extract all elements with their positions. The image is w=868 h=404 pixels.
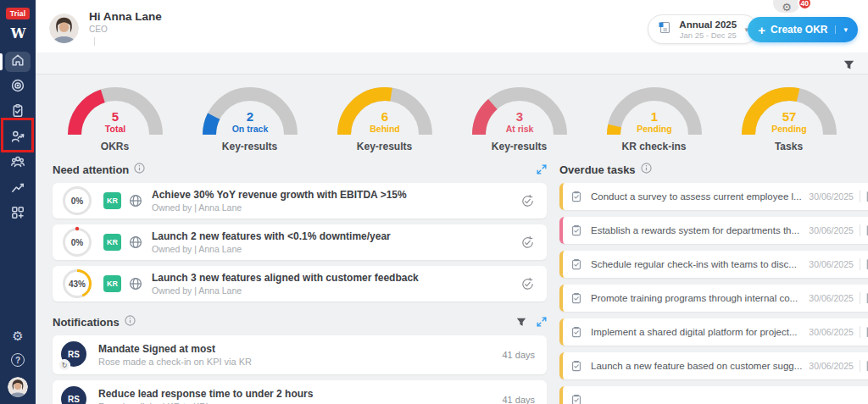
notification-item[interactable]: RS ↻ Reduce lead response time to under … — [53, 380, 547, 404]
gauge-widget[interactable]: 6 Behind Key-results — [321, 86, 448, 152]
notifications-count-badge[interactable]: 40 — [798, 0, 812, 10]
gauge-widget[interactable]: 3 At risk Key-results — [456, 86, 583, 152]
overdue-task-item[interactable]: Implement a shared digital platform for … — [559, 318, 868, 346]
svg-text:5: 5 — [111, 109, 118, 124]
kr-badge: KR — [103, 234, 121, 251]
info-icon[interactable] — [641, 162, 652, 177]
notification-subtitle: Rose made a check-in on KPI via KR — [98, 357, 492, 367]
progress-ring: 43% — [61, 268, 93, 300]
info-icon[interactable] — [125, 314, 136, 329]
sidebar-item-apps[interactable] — [5, 204, 31, 224]
filter-icon[interactable] — [843, 58, 854, 74]
notification-item[interactable]: RS ↻ Mandate Signed at most Rose made a … — [53, 335, 547, 374]
kr-badge: KR — [103, 192, 121, 209]
task-title: Schedule regular check-ins with teams to… — [591, 259, 802, 269]
create-okr-button[interactable]: + Create OKR ▾ — [748, 17, 858, 42]
sidebar-item-okrs[interactable] — [5, 77, 31, 97]
content-area: 5 Total OKRs 2 On track Key-results 6 Be… — [36, 53, 868, 404]
task-title: Implement a shared digital platform for … — [591, 327, 802, 337]
top-settings-pill[interactable]: ⚙ 40 — [773, 0, 800, 13]
filter-strip — [36, 53, 868, 75]
check-in-icon[interactable] — [520, 194, 535, 208]
need-attention-item[interactable]: 0% KR Achieve 30% YoY revenue growth wit… — [53, 183, 547, 219]
task-title: Promote training programs through intern… — [591, 293, 802, 303]
sidebar-item-checkins[interactable] — [5, 102, 31, 123]
home-icon — [10, 53, 25, 71]
help-icon[interactable]: ? — [11, 353, 25, 367]
globe-icon — [129, 194, 142, 208]
create-okr-dropdown-icon[interactable]: ▾ — [835, 25, 848, 34]
task-due-date: 30/06/2025 — [809, 293, 854, 303]
role-divider — [94, 37, 95, 46]
gauge-label: OKRs — [52, 141, 179, 152]
gauge-widget[interactable]: 1 Pending KR check-ins — [591, 86, 718, 152]
settings-gear-icon[interactable]: ⚙ — [12, 329, 23, 342]
notifications-header: Notifications — [53, 313, 547, 331]
task-clipboard-icon — [570, 191, 582, 202]
sidebar-item-home[interactable] — [5, 52, 31, 72]
user-avatar[interactable] — [49, 14, 79, 43]
expand-icon[interactable] — [537, 164, 547, 174]
gauge-widget[interactable]: 2 On track Key-results — [186, 86, 314, 152]
need-attention-header: Need attention — [53, 160, 547, 179]
item-owner: Owned by | Anna Lane — [152, 244, 512, 254]
need-attention-title: Need attention — [53, 163, 129, 176]
notification-age: 41 days — [502, 395, 535, 404]
period-label: Annual 2025 — [671, 19, 744, 30]
kr-badge: KR — [103, 275, 121, 292]
notifications-title: Notifications — [53, 316, 120, 329]
sidebar-item-personal-progress[interactable] — [5, 128, 31, 148]
divider — [860, 292, 860, 304]
greeting: Hi Anna Lane — [89, 10, 162, 23]
svg-text:Pending: Pending — [771, 124, 806, 134]
need-attention-item[interactable]: 0% KR Launch 2 new features with <0.1% d… — [53, 224, 547, 260]
filter-icon[interactable] — [516, 318, 526, 327]
check-in-icon[interactable] — [520, 235, 535, 250]
overdue-task-item[interactable]: Schedule regular check-ins with teams to… — [559, 251, 868, 278]
notification-title: Mandate Signed at most — [98, 343, 492, 355]
notification-avatar: RS ↻ — [61, 341, 88, 368]
task-clipboard-icon — [570, 258, 582, 270]
item-text: Launch 3 new features aligned with custo… — [152, 272, 512, 296]
sidebar: Trial W ⚙ ? — [0, 0, 36, 404]
sidebar-item-team[interactable] — [5, 153, 31, 174]
expand-icon[interactable] — [537, 317, 547, 327]
need-attention-item[interactable]: 43% KR Launch 3 new features aligned wit… — [53, 266, 547, 302]
period-text: Annual 2025 Jan 25 - Dec 25 — [671, 19, 744, 40]
sidebar-profile-avatar[interactable] — [8, 377, 28, 397]
create-okr-label: Create OKR — [771, 24, 827, 36]
item-owner: Owned by | Anna Lane — [152, 285, 512, 296]
sidebar-bottom: ⚙ ? — [8, 329, 28, 404]
notification-text: Reduce lead response time to under 2 hou… — [98, 388, 492, 404]
trial-badge: Trial — [6, 8, 30, 19]
overdue-task-item[interactable]: Conduct a survey to assess current emplo… — [559, 183, 868, 210]
check-in-icon[interactable] — [520, 277, 535, 291]
notification-age: 41 days — [502, 350, 535, 360]
right-column: Overdue tasks Conduct a survey to assess… — [559, 160, 868, 404]
item-owner: Owned by | Anna Lane — [152, 202, 512, 213]
info-icon[interactable] — [134, 162, 145, 177]
sidebar-item-reports[interactable] — [5, 179, 31, 199]
gauge-widget[interactable]: 57 Pending Tasks — [726, 86, 853, 152]
avatar-initials: RS — [61, 386, 86, 404]
task-due-date: 30/06/2025 — [809, 327, 854, 337]
overdue-task-item[interactable]: Launch a new feature based on customer s… — [559, 352, 868, 379]
item-text: Launch 2 new features with <0.1% downtim… — [152, 230, 512, 254]
task-clipboard-icon — [570, 394, 582, 404]
left-column: Need attention 0% KR Achieve 30% YoY rev… — [53, 160, 547, 404]
header: Hi Anna Lane CEO ⚙ 40 Annual 2025 Jan 25… — [36, 0, 868, 53]
overdue-task-item[interactable]: Establish a rewards system for departmen… — [559, 217, 868, 244]
divider — [860, 191, 860, 202]
task-clipboard-icon — [570, 360, 582, 372]
gauge-widget[interactable]: 5 Total OKRs — [52, 86, 179, 152]
need-attention-list: 0% KR Achieve 30% YoY revenue growth wit… — [53, 183, 547, 302]
task-clipboard-icon — [570, 292, 582, 304]
overdue-task-item[interactable]: Promote training programs through intern… — [559, 285, 868, 312]
svg-text:0%: 0% — [71, 196, 84, 206]
gauge-label: KR check-ins — [591, 141, 718, 152]
weekdone-logo: W — [11, 25, 25, 42]
period-selector[interactable]: Annual 2025 Jan 25 - Dec 25 ▾ — [648, 14, 758, 44]
notification-text: Mandate Signed at most Rose made a check… — [98, 343, 492, 367]
overdue-task-item[interactable] — [559, 386, 868, 404]
overdue-tasks-header: Overdue tasks — [559, 160, 868, 179]
